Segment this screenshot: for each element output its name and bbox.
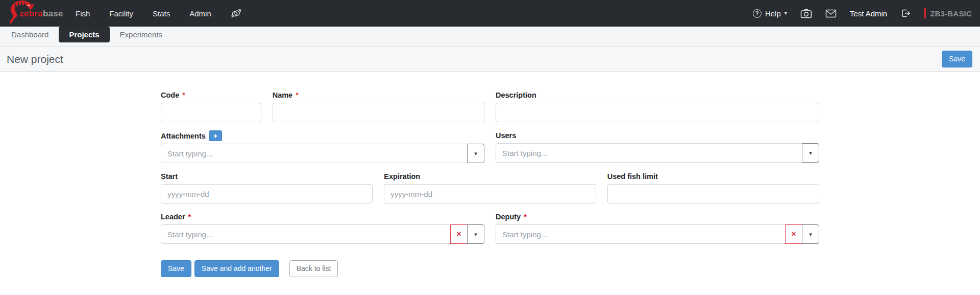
users-select: ▾	[496, 143, 819, 163]
field-expiration: Expiration	[384, 171, 596, 203]
add-attachment-button[interactable]: +	[209, 130, 222, 141]
save-and-add-another-button[interactable]: Save and add another	[194, 260, 279, 277]
users-input[interactable]	[496, 143, 802, 163]
nav-admin[interactable]: Admin	[189, 9, 211, 18]
page-header: New project Save	[0, 47, 980, 72]
field-users: Users ▾	[496, 130, 819, 163]
instance-red-bar	[924, 8, 926, 18]
attachments-input[interactable]	[161, 144, 468, 163]
leader-input[interactable]	[161, 224, 451, 244]
nav-facility[interactable]: Facility	[109, 9, 133, 18]
attachments-label: Attachments +	[161, 130, 484, 141]
envelope-icon	[825, 9, 837, 18]
camera-button[interactable]	[800, 9, 812, 18]
field-start: Start	[161, 171, 373, 203]
nav-fish[interactable]: Fish	[76, 9, 90, 18]
nav-crossing[interactable]	[231, 9, 241, 18]
camera-icon	[800, 9, 812, 18]
tab-projects[interactable]: Projects	[59, 27, 109, 42]
field-name: Name *	[273, 90, 484, 122]
code-label: Code *	[161, 90, 261, 100]
name-input[interactable]	[273, 103, 484, 122]
clear-x-icon: ×	[456, 230, 461, 239]
help-label: Help	[765, 9, 781, 18]
nav-stats[interactable]: Stats	[153, 9, 170, 18]
brand-base: base	[43, 9, 63, 18]
leader-label: Leader *	[161, 212, 484, 222]
field-used-fish-limit: Used fish limit	[607, 171, 819, 203]
box-arrow-right-icon	[900, 8, 911, 18]
caret-down-icon: ▾	[809, 231, 812, 238]
leader-clear-button[interactable]: ×	[450, 224, 468, 244]
clear-x-icon: ×	[791, 230, 796, 239]
used-fish-limit-label: Used fish limit	[607, 171, 819, 181]
logout-button[interactable]	[900, 8, 911, 18]
required-marker: *	[182, 91, 185, 99]
start-label: Start	[161, 171, 373, 181]
caret-down-icon: ▾	[474, 231, 477, 238]
attachments-dropdown-button[interactable]: ▾	[467, 144, 484, 163]
users-dropdown-button[interactable]: ▾	[802, 143, 819, 163]
chevron-down-icon: ▾	[785, 11, 787, 16]
field-description: Description	[496, 90, 819, 122]
field-attachments: Attachments + ▾	[161, 130, 484, 163]
name-label: Name *	[273, 90, 484, 100]
user-name: Test Admin	[850, 9, 887, 18]
help-menu[interactable]: ? Help ▾	[753, 9, 787, 18]
attachments-select: ▾	[161, 144, 484, 163]
brand-text: zebrabase	[19, 9, 63, 19]
expiration-date-input[interactable]	[384, 184, 596, 203]
new-project-form: Code * Name * Description Attachments +	[161, 90, 819, 295]
users-label: Users	[496, 130, 819, 141]
fish-eye	[28, 5, 29, 6]
required-marker: *	[524, 213, 527, 221]
header-save-button[interactable]: Save	[942, 51, 972, 67]
tab-dashboard[interactable]: Dashboard	[1, 27, 59, 42]
instance-label: ZB3-BASIC	[930, 9, 972, 18]
page-title: New project	[7, 53, 63, 65]
deputy-clear-button[interactable]: ×	[785, 224, 802, 244]
section-tabs: Dashboard Projects Experiments	[0, 27, 980, 47]
brand-zebra: zebra	[19, 9, 43, 18]
brand-logo[interactable]: zebrabase	[7, 0, 64, 27]
help-icon: ?	[753, 9, 762, 18]
deputy-select: × ▾	[496, 224, 819, 244]
main-nav: Fish Facility Stats Admin	[76, 9, 241, 18]
leader-dropdown-button[interactable]: ▾	[467, 224, 484, 244]
used-fish-limit-input[interactable]	[607, 184, 819, 203]
deputy-label: Deputy *	[496, 212, 819, 222]
caret-down-icon: ▾	[809, 150, 812, 156]
tab-experiments[interactable]: Experiments	[110, 27, 173, 42]
expiration-label: Expiration	[384, 171, 596, 181]
field-code: Code *	[161, 90, 261, 122]
instance-badge: ZB3-BASIC	[924, 8, 972, 18]
caret-down-icon: ▾	[474, 150, 477, 157]
description-input[interactable]	[496, 103, 819, 122]
back-to-list-button[interactable]: Back to list	[289, 260, 338, 277]
code-input[interactable]	[161, 103, 261, 122]
form-actions: Save Save and add another Back to list	[161, 260, 819, 295]
description-label: Description	[496, 90, 819, 100]
leader-select: × ▾	[161, 224, 484, 244]
save-button[interactable]: Save	[161, 260, 191, 277]
field-leader: Leader * × ▾	[161, 212, 484, 244]
required-marker: *	[188, 213, 191, 221]
required-marker: *	[296, 91, 299, 99]
deputy-dropdown-button[interactable]: ▾	[802, 224, 819, 244]
messages-button[interactable]	[825, 9, 837, 18]
field-deputy: Deputy * × ▾	[496, 212, 819, 244]
navbar-right: ? Help ▾ Test Admin	[753, 8, 972, 18]
top-navbar: zebrabase Fish Facility Stats Admin ? He…	[0, 0, 980, 27]
start-date-input[interactable]	[161, 184, 373, 203]
deputy-input[interactable]	[496, 224, 786, 244]
gender-crossing-icon	[231, 9, 241, 18]
